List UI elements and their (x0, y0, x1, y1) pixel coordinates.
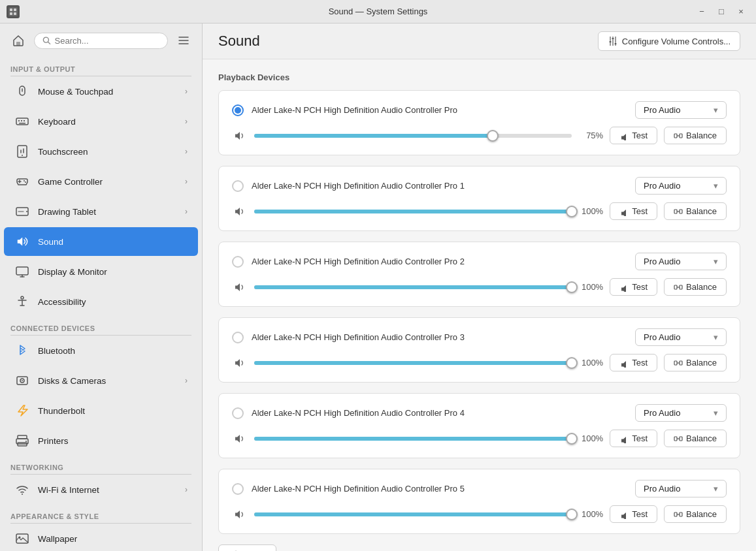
radio-button-5[interactable] (232, 483, 244, 495)
section-label-connected-devices: Connected Devices (0, 319, 202, 335)
device-name-0: Alder Lake-N PCH High Definition Audio C… (252, 105, 627, 115)
volume-icon-2 (232, 279, 248, 295)
svg-point-42 (19, 537, 21, 539)
divider-connected-devices (10, 335, 191, 336)
thunderbolt-icon (14, 403, 30, 418)
svg-rect-58 (674, 285, 677, 289)
radio-button-2[interactable] (232, 256, 244, 268)
sidebar-item-sound[interactable]: Sound (4, 227, 198, 256)
volume-slider-0[interactable] (254, 129, 572, 142)
balance-button-0[interactable]: Balance (664, 127, 727, 144)
volume-percent-4: 100% (578, 433, 603, 443)
volume-slider-4[interactable] (254, 432, 572, 445)
sidebar-item-disks-cameras[interactable]: Disks & Cameras › (4, 366, 198, 395)
balance-button-1[interactable]: Balance (664, 202, 727, 220)
sidebar-item-display-monitor[interactable]: Display & Monitor (4, 257, 198, 286)
wifi-icon (14, 482, 30, 497)
device-row-2: Alder Lake-N PCH High Definition Audio C… (232, 253, 727, 270)
device-profile-select-2[interactable]: Pro Audio ▾ (635, 253, 727, 270)
volume-slider-5[interactable] (254, 508, 572, 521)
sidebar-item-game-controller[interactable]: Game Controller › (4, 167, 198, 196)
home-button[interactable] (8, 30, 29, 51)
sidebar-item-accessibility[interactable]: Accessibility (4, 287, 198, 316)
drawing-tablet-icon (14, 204, 30, 219)
disks-cameras-icon (14, 373, 30, 388)
radio-button-3[interactable] (232, 332, 244, 343)
sidebar-item-wallpaper[interactable]: Wallpaper (4, 524, 198, 551)
device-profile-select-0[interactable]: Pro Audio ▾ (635, 101, 727, 119)
test-button-3[interactable]: Test (610, 354, 657, 371)
test-button-4[interactable]: Test (610, 430, 657, 447)
sidebar-item-wifi[interactable]: Wi-Fi & Internet › (4, 475, 198, 504)
device-profile-select-5[interactable]: Pro Audio ▾ (635, 480, 727, 497)
menu-button[interactable] (173, 30, 194, 51)
volume-row-5: 100% Test Balance (232, 505, 727, 523)
sidebar-item-mouse[interactable]: Mouse & Touchpad › (4, 77, 198, 106)
content-area: Sound Configure Volume Controls... Playb… (203, 24, 756, 551)
test-button-2[interactable]: Test (610, 278, 657, 296)
mouse-icon (14, 84, 30, 99)
sidebar-item-label-wifi: Wi-Fi & Internet (38, 485, 177, 495)
sidebar-item-label-mouse: Mouse & Touchpad (38, 87, 177, 97)
bluetooth-icon (14, 343, 30, 358)
sidebar-item-label-keyboard: Keyboard (38, 117, 177, 127)
maximize-button[interactable]: □ (713, 3, 730, 20)
svg-rect-68 (680, 512, 682, 516)
test-button-0[interactable]: Test (610, 127, 657, 144)
sidebar-item-drawing-tablet[interactable]: Drawing Tablet › (4, 197, 198, 226)
section-label-appearance: Appearance & Style (0, 507, 202, 523)
balance-button-5[interactable]: Balance (664, 505, 727, 523)
volume-icon-3 (232, 355, 248, 371)
sidebar-item-printers[interactable]: Printers (4, 426, 198, 455)
titlebar-left (7, 5, 20, 18)
device-profile-select-4[interactable]: Pro Audio ▾ (635, 404, 727, 422)
svg-rect-16 (24, 120, 25, 121)
balance-button-4[interactable]: Balance (664, 430, 727, 447)
radio-button-4[interactable] (232, 407, 244, 419)
sidebar-item-bluetooth[interactable]: Bluetooth (4, 336, 198, 365)
svg-line-7 (48, 42, 50, 44)
device-row-4: Alder Lake-N PCH High Definition Audio C… (232, 404, 727, 422)
sidebar-item-touchscreen[interactable]: Touchscreen › (4, 137, 198, 166)
volume-slider-2[interactable] (254, 281, 572, 294)
touchscreen-icon (14, 144, 30, 159)
volume-slider-1[interactable] (254, 205, 572, 218)
radio-button-0[interactable] (232, 104, 244, 116)
search-input[interactable] (55, 36, 159, 46)
test-button-1[interactable]: Test (610, 202, 657, 220)
volume-row-4: 100% Test Balance (232, 430, 727, 447)
sidebar-item-label-display-monitor: Display & Monitor (38, 267, 188, 277)
sidebar-item-label-printers: Printers (38, 436, 188, 446)
device-profile-select-3[interactable]: Pro Audio ▾ (635, 328, 727, 346)
svg-rect-65 (680, 437, 682, 441)
help-button[interactable]: Help (218, 544, 276, 551)
wallpaper-icon (14, 531, 30, 546)
device-name-1: Alder Lake-N PCH High Definition Audio C… (252, 181, 627, 191)
display-monitor-icon (14, 264, 30, 279)
balance-button-2[interactable]: Balance (664, 278, 727, 296)
device-name-4: Alder Lake-N PCH High Definition Audio C… (252, 408, 627, 418)
device-profile-select-1[interactable]: Pro Audio ▾ (635, 177, 727, 195)
content-scroll[interactable]: Playback Devices Alder Lake-N PCH High D… (203, 59, 756, 551)
device-row-5: Alder Lake-N PCH High Definition Audio C… (232, 480, 727, 497)
device-row-3: Alder Lake-N PCH High Definition Audio C… (232, 328, 727, 346)
sidebar-item-thunderbolt[interactable]: Thunderbolt (4, 396, 198, 425)
balance-button-3[interactable]: Balance (664, 354, 727, 371)
section-label-networking: Networking (0, 458, 202, 474)
close-button[interactable]: × (732, 3, 749, 20)
minimize-button[interactable]: − (693, 3, 710, 20)
volume-slider-3[interactable] (254, 356, 572, 370)
sidebar-header (0, 24, 202, 57)
radio-button-1[interactable] (232, 180, 244, 192)
svg-rect-64 (674, 437, 677, 441)
volume-row-3: 100% Test Balance (232, 354, 727, 371)
test-button-5[interactable]: Test (610, 505, 657, 523)
svg-rect-29 (16, 267, 28, 275)
svg-rect-55 (674, 210, 677, 213)
keyboard-icon (14, 114, 30, 129)
sidebar-item-keyboard[interactable]: Keyboard › (4, 107, 198, 136)
search-box[interactable] (34, 33, 168, 49)
device-card-0: Alder Lake-N PCH High Definition Audio C… (218, 90, 740, 155)
svg-point-24 (24, 180, 25, 181)
configure-volume-button[interactable]: Configure Volume Controls... (598, 31, 740, 51)
